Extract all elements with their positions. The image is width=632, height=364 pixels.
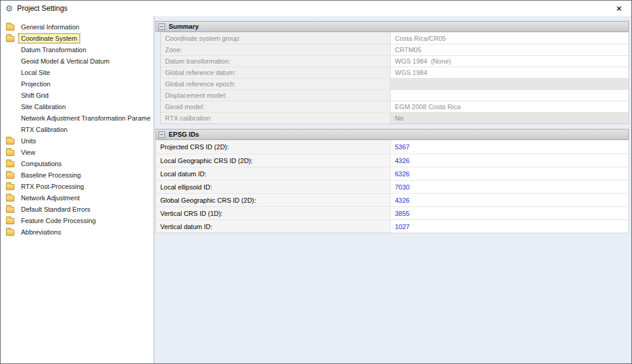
epsg-row: Local Geographic CRS ID (2D): 4326 [156, 154, 628, 167]
tree-item-label: Geoid Model & Vertical Datum [19, 56, 112, 66]
tree-item-shift-grid[interactable]: Shift Grid [1, 89, 154, 101]
field-label: Local datum ID: [156, 167, 391, 180]
summary-row: Global reference epoch: [161, 78, 628, 89]
epsg-value-field[interactable]: 7030 [391, 181, 628, 193]
field-label: Global reference epoch: [161, 79, 391, 89]
tree-item-default-standard-errors[interactable]: Default Standard Errors [1, 203, 154, 215]
collapse-icon[interactable]: − [158, 23, 165, 30]
tree-item-label: Feature Code Processing [19, 216, 98, 225]
folder-icon [6, 218, 14, 224]
epsg-row: Projected CRS ID (2D): 5367 [156, 140, 628, 154]
epsg-value-field[interactable]: 6326 [391, 167, 628, 180]
folder-icon [6, 195, 14, 201]
summary-row: Global reference datum: WGS 1984 [161, 67, 628, 78]
folder-icon [6, 207, 14, 213]
epsg-value-field[interactable]: 3855 [391, 207, 628, 219]
tree-item-label: Units [19, 136, 38, 146]
main-area: General Information Coordinate System Da… [1, 16, 631, 363]
summary-row: Geoid model: EGM 2008 Costa Rica [161, 101, 628, 112]
tree-item-label: Abbreviations [19, 227, 64, 237]
folder-icon [6, 173, 14, 179]
close-button[interactable]: ✕ [612, 4, 627, 14]
tree-item-label: RTX Post-Processing [19, 182, 86, 191]
epsg-row: Vertical CRS ID (1D): 3855 [156, 206, 628, 219]
tree-item-label: Network Adjustment [19, 193, 82, 203]
field-label: Displacement model: [161, 90, 391, 101]
field-value [391, 79, 628, 89]
tree-item-baseline-processing[interactable]: Baseline Processing [1, 169, 154, 181]
tree-item-label: Datum Transformation [19, 45, 89, 55]
folder-icon [6, 230, 14, 236]
field-label: Geoid model: [161, 101, 391, 112]
field-label: Global reference datum: [161, 67, 391, 78]
field-label: Local ellipsoid ID: [156, 181, 391, 193]
section-title: Summary [169, 23, 199, 30]
folder-icon [6, 150, 14, 156]
field-label: Datum transformation: [161, 56, 391, 67]
tree-item-label: Coordinate System [19, 34, 80, 43]
field-value: No [391, 113, 628, 124]
summary-section-header[interactable]: − Summary [155, 21, 629, 32]
field-label: Zone: [161, 44, 391, 55]
window-title: Project Settings [17, 4, 68, 13]
epsg-section: − EPSG IDs Projected CRS ID (2D): 5367 L… [155, 129, 629, 233]
tree-item-feature-code-processing[interactable]: Feature Code Processing [1, 215, 154, 226]
folder-icon [6, 36, 14, 42]
epsg-value-field[interactable]: 5367 [391, 140, 628, 154]
epsg-row: Vertical datum ID: 1027 [156, 219, 628, 233]
tree-item-abbreviations[interactable]: Abbreviations [1, 226, 154, 237]
tree-item-label: Default Standard Errors [19, 204, 93, 214]
field-value: WGS 1984 (None) [391, 56, 628, 67]
field-value: Costa Rica/CR05 [391, 32, 628, 44]
tree-item-label: General Information [19, 22, 82, 32]
tree-item-computations[interactable]: Computations [1, 158, 154, 169]
tree-item-rtx-post-processing[interactable]: RTX Post-Processing [1, 181, 154, 192]
summary-section: − Summary Coordinate system group: Costa… [155, 21, 629, 124]
epsg-row: Local datum ID: 6326 [156, 167, 628, 180]
tree-item-view[interactable]: View [1, 146, 154, 158]
tree-item-label: Network Adjustment Transformation Parame [19, 113, 153, 123]
tree-item-site-calibration[interactable]: Site Calibration [1, 101, 154, 112]
epsg-section-header[interactable]: − EPSG IDs [155, 129, 629, 140]
tree-item-label: Projection [19, 79, 53, 89]
folder-icon [6, 25, 14, 31]
tree-item-geoid-model-vertical-datum[interactable]: Geoid Model & Vertical Datum [1, 55, 154, 67]
field-label: Projected CRS ID (2D): [156, 140, 391, 154]
tree-item-rtx-calibration[interactable]: RTX Calibration [1, 124, 154, 135]
field-value: WGS 1984 [391, 67, 628, 78]
project-settings-window: ⚙ Project Settings ✕ General Information… [0, 0, 632, 364]
folder-icon [6, 161, 14, 167]
tree-item-network-adjustment[interactable]: Network Adjustment [1, 192, 154, 203]
summary-row: Zone: CRTM05 [161, 44, 628, 55]
collapse-icon[interactable]: − [158, 131, 165, 138]
tree-item-units[interactable]: Units [1, 135, 154, 146]
tree-item-label: Baseline Processing [19, 170, 83, 180]
tree-item-label: Shift Grid [19, 91, 51, 100]
field-label: RTX calibration: [161, 113, 391, 124]
tree-item-label: Computations [19, 159, 64, 169]
tree-item-label: RTX Calibration [19, 125, 70, 134]
tree-item-label: View [19, 148, 38, 157]
tree-item-network-adjustment-transformation-parameters[interactable]: Network Adjustment Transformation Parame [1, 112, 154, 124]
tree-item-projection[interactable]: Projection [1, 78, 154, 89]
summary-row: Coordinate system group: Costa Rica/CR05 [161, 32, 628, 44]
field-value [391, 90, 628, 101]
settings-panel: − Summary Coordinate system group: Costa… [154, 16, 631, 363]
field-label: Vertical datum ID: [156, 220, 391, 233]
folder-icon [6, 184, 14, 190]
summary-row: Datum transformation: WGS 1984 (None) [161, 55, 628, 67]
epsg-table: Projected CRS ID (2D): 5367 Local Geogra… [155, 140, 629, 233]
tree-item-general-information[interactable]: General Information [1, 21, 154, 32]
title-bar: ⚙ Project Settings ✕ [1, 1, 631, 16]
section-title: EPSG IDs [169, 131, 199, 138]
gear-icon: ⚙ [5, 4, 13, 13]
epsg-value-field[interactable]: 4326 [391, 194, 628, 206]
folder-icon [6, 139, 14, 145]
summary-row: RTX calibration: No [161, 112, 628, 124]
tree-item-datum-transformation[interactable]: Datum Transformation [1, 44, 154, 55]
epsg-value-field[interactable]: 1027 [391, 220, 628, 233]
tree-item-coordinate-system[interactable]: Coordinate System [1, 32, 154, 44]
tree-item-local-site[interactable]: Local Site [1, 67, 154, 78]
epsg-value-field[interactable]: 4326 [391, 154, 628, 167]
summary-row: Displacement model: [161, 89, 628, 101]
